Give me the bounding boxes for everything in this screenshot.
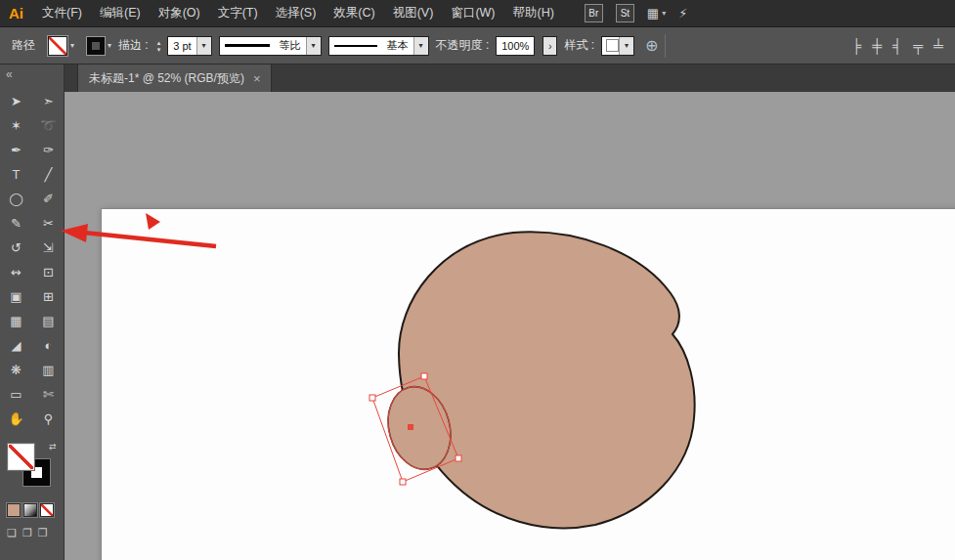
- menu-select[interactable]: 选择(S): [267, 0, 326, 26]
- bridge-icon[interactable]: Br: [585, 4, 603, 22]
- line-segment-tool[interactable]: ╱: [32, 162, 65, 187]
- menu-help[interactable]: 帮助(H): [504, 0, 563, 26]
- chevron-down-icon: ▾: [662, 9, 666, 18]
- fill-color-indicator[interactable]: [8, 444, 34, 470]
- lasso-tool[interactable]: ➰: [32, 113, 65, 138]
- perspective-grid-tool-icon: ⊞: [43, 289, 54, 304]
- curvature-tool[interactable]: ✑: [32, 138, 65, 162]
- menu-object[interactable]: 对象(O): [150, 0, 209, 26]
- tab-close-icon[interactable]: ×: [253, 71, 261, 86]
- gradient-tool[interactable]: ▤: [32, 309, 65, 333]
- swap-fill-stroke-icon[interactable]: ⇄: [49, 442, 57, 452]
- eyedropper-tool-icon: ◢: [12, 338, 22, 353]
- shaper-tool[interactable]: ✎: [0, 211, 32, 236]
- opacity-value: 100%: [497, 40, 534, 52]
- draw-behind-mode-icon[interactable]: ❐: [22, 527, 32, 539]
- canvas-pasteboard[interactable]: [65, 92, 955, 560]
- stroke-color-picker[interactable]: ▾: [87, 37, 111, 55]
- brush-definition-combo[interactable]: 基本 ▾: [328, 36, 429, 56]
- gradient-tool-icon: ▤: [42, 314, 54, 328]
- free-transform-tool[interactable]: ⊡: [32, 260, 65, 284]
- fill-stroke-indicator: ⇄: [0, 440, 64, 496]
- menu-window[interactable]: 窗口(W): [442, 0, 503, 26]
- hand-tool[interactable]: ✋: [0, 407, 32, 431]
- chevron-down-icon: ▾: [108, 41, 111, 50]
- color-swatch[interactable]: [7, 503, 21, 517]
- width-profile-combo[interactable]: 等比 ▾: [219, 36, 322, 56]
- opacity-input[interactable]: 100%: [496, 36, 535, 56]
- magic-wand-tool[interactable]: ✶: [0, 113, 32, 138]
- chevron-down-icon[interactable]: ▾: [196, 37, 211, 55]
- direct-selection-tool[interactable]: ➣: [32, 89, 65, 113]
- menu-edit[interactable]: 编辑(E): [91, 0, 150, 26]
- stock-icon[interactable]: St: [616, 4, 634, 22]
- blend-tool[interactable]: ◐: [32, 333, 65, 358]
- free-transform-tool-icon: ⊡: [43, 265, 54, 280]
- slice-tool[interactable]: ✄: [32, 382, 65, 407]
- symbol-sprayer-tool-icon: ❋: [11, 363, 22, 377]
- opacity-label: 不透明度 :: [436, 37, 490, 54]
- menu-effect[interactable]: 效果(C): [325, 0, 383, 26]
- context-label: 路径: [12, 37, 35, 54]
- chevron-down-icon[interactable]: ▾: [306, 37, 321, 55]
- horizontal-align-left-icon[interactable]: ╞: [851, 38, 861, 54]
- document-tab[interactable]: 未标题-1* @ 52% (RGB/预览) ×: [77, 65, 272, 92]
- chevron-down-icon[interactable]: ▾: [619, 37, 633, 55]
- draw-normal-mode-icon[interactable]: ❏: [7, 527, 17, 539]
- shaper-tool-icon: ✎: [11, 216, 22, 231]
- workspace-grid-icon: ▦: [647, 6, 659, 21]
- illustrator-logo: Ai: [0, 5, 33, 22]
- gradient-swatch[interactable]: [23, 503, 37, 517]
- scale-tool[interactable]: ⇲: [32, 236, 65, 260]
- eyedropper-tool[interactable]: ◢: [0, 333, 32, 358]
- perspective-grid-tool[interactable]: ⊞: [32, 284, 65, 309]
- column-graph-tool[interactable]: ▥: [32, 358, 65, 382]
- control-bar: 路径 ▾ ▾ 描边 : ▴ ▾ 3 pt ▾ 等比 ▾ 基本 ▾ 不透明度 : …: [0, 27, 955, 65]
- selection-tool[interactable]: ➤: [0, 89, 32, 113]
- stroke-weight-combo[interactable]: 3 pt ▾: [167, 36, 211, 56]
- artboard[interactable]: [101, 208, 955, 560]
- type-tool-icon: T: [13, 167, 21, 182]
- menu-type[interactable]: 文字(T): [209, 0, 267, 26]
- none-swatch[interactable]: [40, 503, 54, 517]
- vertical-align-bottom-icon[interactable]: ╧: [933, 38, 943, 54]
- width-tool[interactable]: ↭: [0, 260, 32, 284]
- workspace-switcher[interactable]: ▦ ▾: [647, 6, 666, 21]
- artboard-tool[interactable]: ▭: [0, 382, 32, 407]
- scissors-tool[interactable]: ✂: [32, 211, 65, 236]
- graphic-style-combo[interactable]: ▾: [601, 36, 634, 56]
- hand-tool-icon: ✋: [8, 411, 23, 426]
- type-tool[interactable]: T: [0, 162, 32, 187]
- fill-color-picker[interactable]: ▾: [48, 36, 74, 56]
- menubar-right-icons: Br St ▦ ▾ ⚡: [585, 4, 687, 22]
- brush-preview: [334, 45, 377, 47]
- tools-panel: « ➤ ➣ ✶ ➰ ✒ ✑: [0, 65, 65, 560]
- horizontal-align-center-icon[interactable]: ╪: [872, 38, 882, 54]
- share-icon[interactable]: ⚡: [678, 6, 687, 21]
- ellipse-tool[interactable]: ◯: [0, 187, 32, 211]
- align-icons-group: ╞ ╪ ╡ ╤ ╧: [851, 38, 947, 54]
- horizontal-align-right-icon[interactable]: ╡: [892, 38, 902, 54]
- stepper-down-icon[interactable]: ▾: [157, 46, 161, 53]
- paintbrush-tool[interactable]: ✐: [32, 187, 65, 211]
- rotate-tool[interactable]: ↺: [0, 236, 32, 260]
- vertical-align-top-icon[interactable]: ╤: [913, 38, 923, 54]
- symbol-sprayer-tool[interactable]: ❋: [0, 358, 32, 382]
- document-setup-globe-icon[interactable]: ⊕: [645, 36, 658, 55]
- zoom-tool[interactable]: ⚲: [32, 407, 65, 431]
- stroke-weight-label: 描边 :: [118, 37, 149, 54]
- chevron-down-icon[interactable]: ▾: [413, 37, 428, 55]
- menu-view[interactable]: 视图(V): [384, 0, 443, 26]
- pen-tool[interactable]: ✒: [0, 138, 32, 162]
- draw-inside-mode-icon[interactable]: ❒: [38, 527, 48, 539]
- paintbrush-tool-icon: ✐: [43, 192, 54, 206]
- slice-tool-icon: ✄: [43, 387, 54, 402]
- opacity-panel-button[interactable]: ›: [543, 36, 557, 56]
- stepper-up-icon[interactable]: ▴: [157, 39, 161, 46]
- mesh-tool[interactable]: ▦: [0, 309, 32, 333]
- stroke-weight-stepper[interactable]: ▴ ▾: [157, 39, 161, 53]
- menu-file[interactable]: 文件(F): [33, 0, 91, 26]
- tools-grid: ➤ ➣ ✶ ➰ ✒ ✑ T: [0, 89, 64, 431]
- shape-builder-tool[interactable]: ▣: [0, 284, 32, 309]
- collapse-panel-icon[interactable]: «: [6, 67, 13, 81]
